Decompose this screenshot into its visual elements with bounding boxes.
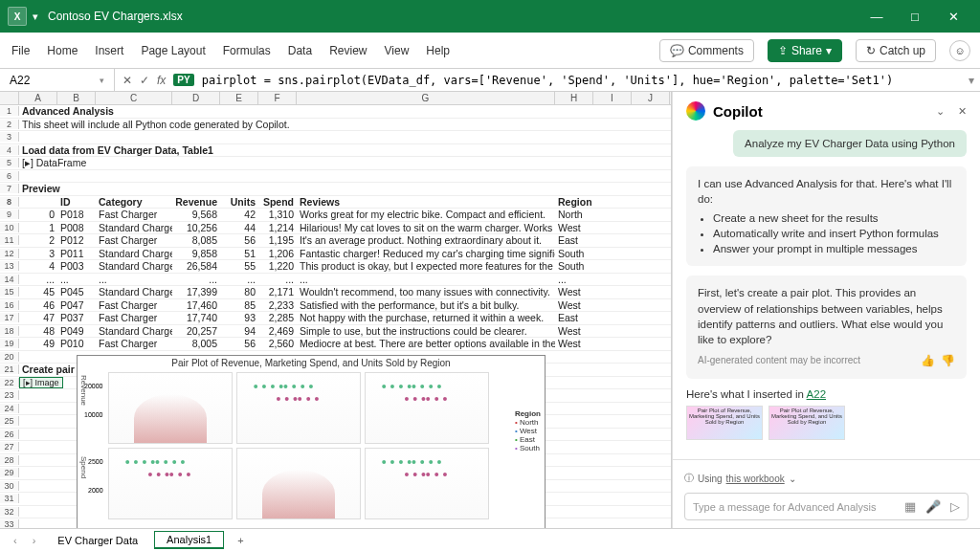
cell-A1[interactable]: Advanced Analysis	[19, 105, 117, 117]
copilot-input-box[interactable]: Type a message for Advanced Analysis ▦ 🎤…	[684, 493, 969, 520]
cell-A4[interactable]: Load data from EV Charger Data, Table1	[19, 144, 216, 156]
col-C[interactable]: C	[96, 92, 172, 104]
share-button[interactable]: ⇪Share ▾	[768, 39, 842, 62]
tab-help[interactable]: Help	[424, 40, 452, 61]
microphone-icon[interactable]: 🎤	[925, 499, 941, 514]
formula-input[interactable]: pairplot = sns.pairplot(EVData_df, vars=…	[202, 74, 963, 87]
tab-file[interactable]: File	[10, 40, 32, 61]
col-A[interactable]: A	[19, 92, 57, 104]
plot-legend: Region • North • West • East • South	[515, 409, 541, 452]
col-F[interactable]: F	[258, 92, 297, 104]
name-box[interactable]: A22▾	[0, 69, 115, 91]
pairplot-image[interactable]: Pair Plot of Revenue, Marketing Spend, a…	[77, 355, 546, 528]
cell-A7[interactable]: Preview	[19, 183, 63, 194]
formula-bar: A22▾ ✕ ✓ fx PY pairplot = sns.pairplot(E…	[0, 69, 980, 92]
attachment-icon[interactable]: ▦	[904, 499, 916, 514]
tab-insert[interactable]: Insert	[93, 40, 125, 61]
fx-icon[interactable]: fx	[157, 74, 166, 87]
send-icon[interactable]: ▷	[950, 499, 960, 514]
cell-link-A22[interactable]: A22	[807, 388, 826, 400]
table-row[interactable]: 11 2 P012 Fast Charger 8,085 56 1,195 It…	[0, 234, 671, 248]
user-avatar[interactable]: ☺	[949, 40, 970, 61]
close-button[interactable]: ✕	[934, 0, 972, 33]
thumbs-up-icon[interactable]: 👍	[921, 353, 935, 369]
table-row[interactable]: 12 3 P011 Standard Charger 9,858 51 1,20…	[0, 248, 671, 261]
thumbs-down-icon[interactable]: 👎	[941, 353, 955, 369]
copilot-title: Copilot	[713, 103, 928, 120]
copilot-logo-icon	[686, 101, 705, 121]
col-H[interactable]: H	[555, 92, 593, 104]
table-row[interactable]: 17 47 P037 Fast Charger 17,740 93 2,285 …	[0, 312, 671, 325]
comment-icon: 💬	[670, 44, 684, 57]
title-bar: X ▾ Contoso EV Chargers.xlsx — □ ✕	[0, 0, 980, 33]
maximize-button[interactable]: □	[896, 0, 934, 33]
document-title: Contoso EV Chargers.xlsx	[48, 10, 858, 23]
col-I[interactable]: I	[593, 92, 632, 104]
table-row[interactable]: 10 1 P008 Standard Charger 10,256 44 1,2…	[0, 222, 671, 235]
context-selector[interactable]: ⓘ Using this workbook ⌄	[684, 468, 969, 489]
assistant-message-1: I can use Advanced Analysis for that. He…	[686, 166, 967, 266]
accept-formula-icon[interactable]: ✓	[140, 74, 149, 87]
person-icon: ☺	[954, 45, 965, 56]
worksheet-grid[interactable]: A B C D E F G H I J 1Advanced Analysis 2…	[0, 92, 672, 528]
table-row[interactable]: 14 ... ... ... ... ... ... ... ...	[0, 274, 671, 287]
chevron-down-icon: ▾	[826, 44, 832, 57]
table-row[interactable]: 19 49 P010 Fast Charger 8,005 56 2,560 M…	[0, 338, 671, 351]
excel-app-icon: X	[8, 7, 27, 26]
formula-expand-icon[interactable]: ▾	[963, 74, 980, 87]
cancel-formula-icon[interactable]: ✕	[122, 74, 132, 87]
col-E[interactable]: E	[220, 92, 258, 104]
comments-button[interactable]: 💬Comments	[659, 39, 754, 62]
info-icon: ⓘ	[684, 472, 694, 485]
user-message: Analyze my EV Charger Data using Python	[733, 130, 967, 157]
col-J[interactable]: J	[632, 92, 670, 104]
assistant-message-2: First, let's create a pair plot. This pr…	[686, 276, 967, 378]
table-row[interactable]: 16 46 P047 Fast Charger 17,460 85 2,233 …	[0, 299, 671, 313]
cell-A2[interactable]: This sheet will include all Python code …	[19, 119, 293, 130]
tab-data[interactable]: Data	[286, 40, 314, 61]
sheet-tab-evdata[interactable]: EV Charger Data	[45, 532, 150, 549]
table-row[interactable]: 15 45 P045 Standard Charger 17,399 80 2,…	[0, 286, 671, 299]
plot-title: Pair Plot of Revenue, Marketing Spend, a…	[78, 356, 545, 370]
table-row[interactable]: 18 48 P049 Standard Charger 20,257 94 2,…	[0, 325, 671, 339]
tab-prev-icon[interactable]: ‹	[8, 535, 23, 546]
tab-view[interactable]: View	[383, 40, 412, 61]
chevron-down-icon: ⌄	[789, 474, 796, 484]
copilot-panel: Copilot ⌄ ✕ Analyze my EV Charger Data u…	[672, 92, 980, 528]
catch-up-button[interactable]: ↻Catch up	[856, 39, 936, 62]
share-icon: ⇪	[778, 44, 788, 57]
tab-page-layout[interactable]: Page Layout	[139, 40, 207, 61]
minimize-button[interactable]: —	[858, 0, 896, 33]
sheet-tab-bar: ‹ › EV Charger Data Analysis1 +	[0, 528, 980, 551]
tab-home[interactable]: Home	[45, 40, 79, 61]
preview-thumbnail-2[interactable]: Pair Plot of Revenue, Marketing Spend, a…	[768, 406, 845, 440]
cell-A22-selected[interactable]: [▸] Image	[19, 377, 63, 388]
column-headers: A B C D E F G H I J	[0, 92, 671, 105]
autosave-chevron-icon[interactable]: ▾	[33, 11, 38, 23]
axis-label-revenue: Revenue	[79, 375, 88, 406]
close-panel-icon[interactable]: ✕	[958, 105, 967, 118]
table-row[interactable]: 13 4 P003 Standard Charger 26,584 55 1,2…	[0, 260, 671, 274]
chevron-down-icon: ▾	[100, 76, 104, 85]
ribbon-tabs: File Home Insert Page Layout Formulas Da…	[0, 33, 980, 69]
tab-formulas[interactable]: Formulas	[221, 40, 273, 61]
chevron-down-icon[interactable]: ⌄	[936, 105, 945, 118]
tab-review[interactable]: Review	[327, 40, 368, 61]
ai-disclaimer-text: AI-generated content may be incorrect	[698, 354, 860, 367]
preview-thumbnail-1[interactable]: Pair Plot of Revenue, Marketing Spend, a…	[686, 406, 763, 440]
cell-A5[interactable]: [▸] DataFrame	[19, 157, 89, 168]
sheet-tab-analysis1[interactable]: Analysis1	[154, 531, 224, 549]
col-B[interactable]: B	[57, 92, 96, 104]
col-D[interactable]: D	[172, 92, 220, 104]
col-G[interactable]: G	[297, 92, 555, 104]
table-row[interactable]: 9 0 P018 Fast Charger 9,568 42 1,310 Wor…	[0, 209, 671, 222]
clock-icon: ↻	[866, 44, 876, 57]
tab-next-icon[interactable]: ›	[27, 535, 42, 546]
new-sheet-button[interactable]: +	[228, 535, 253, 546]
assistant-message-3: Here's what I inserted in A22 Pair Plot …	[686, 388, 967, 440]
python-badge: PY	[173, 74, 193, 86]
axis-label-spend: Spend	[79, 456, 88, 478]
